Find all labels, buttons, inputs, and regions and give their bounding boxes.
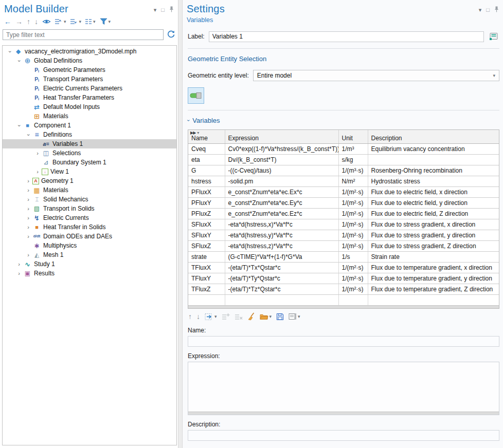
show-eye-button[interactable] (41, 18, 52, 25)
var-description-cell[interactable]: Flux due to stress gradient, x direction (368, 219, 499, 230)
var-description-cell[interactable] (368, 294, 499, 305)
var-expression-cell[interactable]: -(eta/T)*Ty*Qstar*c (225, 273, 338, 284)
tree-item-component-1[interactable]: ›Component 1 (3, 121, 176, 130)
refresh-icon[interactable] (167, 30, 175, 40)
var-description-cell[interactable]: Flux due to temperature gradient, y dire… (368, 273, 499, 284)
panel-splitter[interactable] (178, 0, 183, 448)
node-text-button[interactable]: ▾ (84, 18, 97, 26)
tree-item-heat-transfer-parameters[interactable]: Heat Transfer Parameters (3, 93, 176, 102)
move-to-table-button[interactable]: ▾ (204, 312, 218, 321)
var-description-cell[interactable]: Equilibrium vacancy concentration (368, 143, 499, 154)
tree-item-geometry-1[interactable]: ›Geometry 1 (3, 176, 176, 185)
var-unit-cell[interactable]: 1/(m²·s) (338, 208, 368, 219)
var-description-cell[interactable]: Flux due to temperature gradient, Z dire… (368, 284, 499, 294)
collapse-all-button[interactable]: ▾ (69, 18, 83, 26)
settings-pin-icon[interactable] (494, 6, 499, 13)
show-all-columns-icon[interactable]: ▶▶ (190, 130, 195, 135)
var-expression-cell[interactable]: e_const*Znum*eta*ec.Ey*c (225, 197, 338, 208)
tree-item-mesh-1[interactable]: ›Mesh 1 (3, 250, 176, 259)
var-description-cell[interactable]: Flux due to electric field, x direction (368, 186, 499, 197)
clear-table-button[interactable] (247, 312, 256, 321)
chevron-right-icon[interactable]: › (24, 188, 32, 193)
back-button[interactable]: ← (3, 17, 12, 26)
var-unit-cell[interactable]: 1/(m²·s) (338, 262, 368, 273)
load-file-menu-icon[interactable]: ▾ (270, 314, 272, 319)
float-window-icon[interactable]: □ (161, 7, 165, 13)
var-unit-cell[interactable]: 1/(m²·s) (338, 273, 368, 284)
var-name-cell[interactable]: PFluxX (188, 186, 225, 197)
show-settings-form-icon[interactable] (488, 31, 499, 42)
var-unit-cell[interactable]: 1/(m²·s) (338, 219, 368, 230)
var-description-cell[interactable] (368, 154, 499, 165)
tree-item-materials[interactable]: Materials (3, 111, 176, 121)
tree-item-definitions[interactable]: ›Definitions (3, 130, 176, 139)
var-description-cell[interactable]: Flux due to stress gradient, Z direction (368, 240, 499, 251)
tree-item-study-1[interactable]: ›Study 1 (3, 259, 176, 269)
var-name-cell[interactable] (188, 294, 225, 305)
var-expression-cell[interactable]: e_const*Znum*eta*ec.Ex*c (225, 186, 338, 197)
chevron-right-icon[interactable]: › (24, 197, 32, 202)
var-expression-cell[interactable]: (G-cTIME)*Va*f+(1-f)*G*Va (225, 251, 338, 262)
var-name-cell[interactable]: hstress (188, 176, 225, 186)
unit-column-header[interactable]: Unit (338, 130, 368, 143)
save-to-file-button[interactable] (276, 312, 284, 321)
tree-item-solid-mechanics[interactable]: ›Solid Mechanics (3, 195, 176, 204)
column-menu-icon[interactable]: ▾ (197, 130, 199, 135)
move-up-node-button[interactable]: ↑ (26, 17, 31, 26)
var-description-cell[interactable]: Hydrostatic stress (368, 176, 499, 186)
var-description-cell[interactable]: Flux due to temperature gradient, x dire… (368, 262, 499, 273)
tree-item-heat-transfer-in-solids[interactable]: ›Heat Transfer in Solids (3, 222, 176, 232)
tree-item-domain-odes-and-daes[interactable]: ›Domain ODEs and DAEs (3, 232, 176, 241)
chevron-down-icon[interactable]: › (7, 47, 13, 55)
var-expression-cell[interactable]: -((c-Cveq)/taus) (225, 165, 338, 176)
table-settings-menu-icon[interactable]: ▾ (298, 314, 300, 319)
var-unit-cell[interactable]: 1/s (338, 251, 368, 262)
name-column-header[interactable]: ▶▶▾ Name (188, 130, 225, 143)
var-expression-cell[interactable]: -(eta/T)*Tz*Qstar*c (225, 284, 338, 294)
var-name-cell[interactable]: TFluxZ (188, 284, 225, 294)
chevron-right-icon[interactable]: › (24, 215, 32, 221)
var-description-cell[interactable]: Rosenberg-Ohring recombination (368, 165, 499, 176)
chevron-down-icon[interactable]: › (16, 121, 22, 129)
description-input[interactable] (188, 430, 499, 441)
table-horizontal-scrollbar[interactable] (188, 305, 499, 308)
chevron-down-icon[interactable]: › (26, 130, 31, 139)
var-expression-cell[interactable]: -solid.pm (225, 176, 338, 186)
expand-all-button[interactable]: ▾ (54, 18, 67, 26)
tree-item-vacancy-electromigration-3dmodel-mph[interactable]: ›vacancy_electromigration_3Dmodel.mph (3, 47, 176, 56)
tree-item-electric-currents-parameters[interactable]: Electric Currents Parameters (3, 84, 176, 93)
tree-item-variables-1[interactable]: Variables 1 (3, 139, 176, 148)
add-row-button[interactable] (221, 312, 230, 321)
variables-section-header[interactable]: › Variables (188, 117, 499, 124)
name-input[interactable] (188, 336, 499, 347)
tree-item-boundary-system-1[interactable]: Boundary System 1 (3, 158, 176, 167)
settings-float-window-icon[interactable]: □ (486, 7, 490, 13)
var-unit-cell[interactable]: 1/(m²·s) (338, 284, 368, 294)
active-toggle-button[interactable] (188, 87, 204, 104)
filter-button[interactable]: ▾ (99, 17, 112, 26)
var-expression-cell[interactable]: -eta*d(hstress,x)*Va*f*c (225, 219, 338, 230)
expression-scrollbar[interactable] (188, 412, 499, 415)
var-expression-cell[interactable]: -eta*d(hstress,y)*Va*f*c (225, 230, 338, 240)
expression-textarea[interactable] (188, 362, 499, 415)
delete-row-button[interactable] (234, 312, 243, 321)
var-expression-cell[interactable]: -eta*d(hstress,z)*Va*f*c (225, 240, 338, 251)
tree-item-results[interactable]: ›Results (3, 269, 176, 278)
geometric-entity-level-select[interactable]: Entire model ▾ (253, 70, 499, 81)
chevron-right-icon[interactable]: › (24, 206, 32, 212)
var-unit-cell[interactable]: 1/(m²·s) (338, 197, 368, 208)
panel-menu-icon[interactable]: ▾ (154, 7, 157, 13)
pin-icon[interactable] (169, 6, 174, 13)
var-unit-cell[interactable]: 1/m³ (338, 143, 368, 154)
var-unit-cell[interactable]: 1/(m²·s) (338, 240, 368, 251)
chevron-right-icon[interactable]: › (24, 225, 32, 230)
var-unit-cell[interactable]: 1/(m²·s) (338, 186, 368, 197)
var-description-cell[interactable]: Strain rate (368, 251, 499, 262)
label-input[interactable] (209, 31, 484, 42)
chevron-right-icon[interactable]: › (33, 169, 42, 175)
var-name-cell[interactable]: strate (188, 251, 225, 262)
var-expression-cell[interactable]: e_const*Znum*eta*ec.Ez*c (225, 208, 338, 219)
filter-menu-icon[interactable]: ▾ (109, 19, 111, 24)
expression-column-header[interactable]: Expression (225, 130, 338, 143)
tree-item-electric-currents[interactable]: ›Electric Currents (3, 213, 176, 222)
